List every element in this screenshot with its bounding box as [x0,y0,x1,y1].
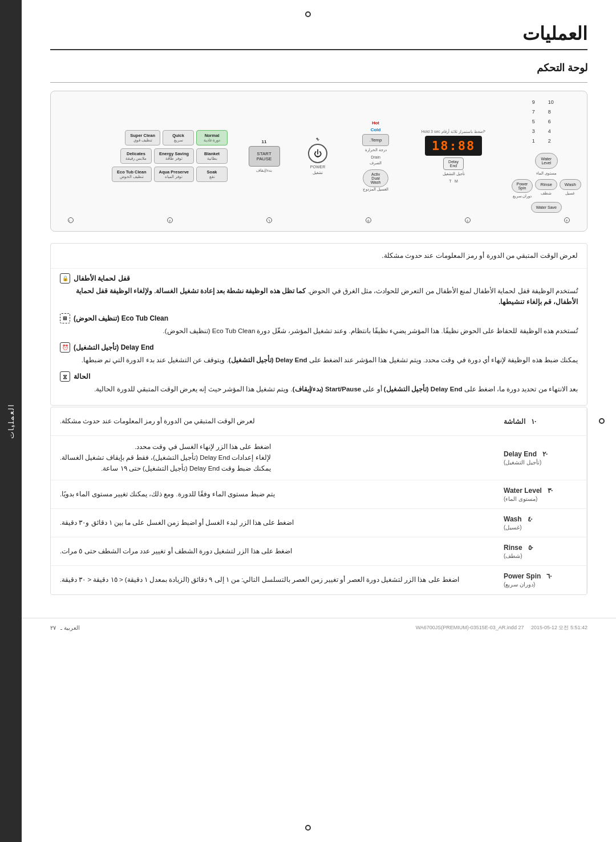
cold-label: Cold [371,127,381,132]
normal-cycle-button[interactable]: Normal دورة عادية [196,130,228,145]
power-9-label: ·٩ [316,137,319,142]
eco-tub-text: تُستخدم هذه الوظيفة للحفاظ على الحوض نظي… [60,326,578,337]
dot-5: ·٥ [366,217,371,223]
eco-tub-icon: ⊞ [60,313,70,323]
table-row: ·٦ Power Spin (دوران سريع) اضغط على هذا … [51,566,587,594]
row-5-content: اضغط على هذا الزر لتشغيل دورة الشطف أو ت… [51,537,496,565]
row-2-label: ·٢ Delay End (تأجيل التشغيل) [496,436,587,480]
status-text: بعد الانتهاء من تحديد دورة ما، اضغط على … [60,384,578,395]
wash-rinse-spin-row: Wash غسيل Rinse شطف Power Spin دوران سري… [512,179,581,199]
child-lock-label: قفل لحماية الأطفال [74,274,130,282]
activ-ar-label: الغسيل المزدوج [363,187,388,192]
section-subtitle: لوحة التحكم [50,62,587,74]
num-2: 2 [548,138,561,147]
eco-tub-clean-button[interactable]: Eco Tub Clean تنظيف الحوض [112,167,152,182]
delay-end-icon: ⏰ [60,342,70,353]
rinse-button[interactable]: Rinse [535,179,557,190]
blanket-button[interactable]: Blanket بطانية [196,148,228,164]
water-save-button[interactable]: Water Save [531,202,562,213]
page-footer: WA6700JS(PREMIUM)-03515E-03_AR.indd 27 2… [22,618,616,637]
num-1: 1 [532,138,545,147]
status-title: الحالة ⧖ [60,371,578,382]
panel-right: Normal دورة عادية Quick سريع Super Clean… [56,130,228,182]
cycle-row-1: Normal دورة عادية Quick سريع Super Clean… [56,130,228,145]
row-3-content: يتم ضبط مستوى الماء وفقًا للدورة. ومع ذل… [51,480,496,508]
drain-ar-label: الصرف [370,161,382,165]
panel-temp: Hot Cold Temp. درجة الحرارة Drain الصرف … [356,120,396,192]
tm-label: T M [449,179,458,183]
start-ar-label: بدء/إيقاف [256,168,272,173]
spin-label: دوران سريع [513,194,532,199]
footer-file-info: WA6700JS(PREMIUM)-03515E-03_AR.indd 27 2… [416,624,587,632]
subtitle-underline [50,82,587,83]
dot-6: ·٦ [266,217,272,223]
panel-numbers: 9 10 7 8 5 6 3 4 1 2 [532,99,561,147]
row-5-label: ·٥ Rinse (شطف) [496,537,587,565]
cycle-row-2: Blanket بطانية Energy Saving توفر طاقة D… [56,148,228,164]
soak-button[interactable]: Soak نقع [196,167,228,182]
strip-text: العمليات [7,403,15,439]
water-level-btn-row: Water Level [535,153,558,169]
eco-tub-label: Eco Tub Clean (تنظيف الحوض) [74,314,168,322]
delay-end-block: Delay End (تأجيل التشغيل) ⏰ يمكنك ضبط هذ… [60,342,578,366]
activ-dual-button[interactable]: Activ Dual Wash [363,169,388,187]
delay-ar-label: تأجيل التشغيل [443,172,465,176]
power-spin-button[interactable]: Power Spin [512,179,533,193]
hot-label: Hot [372,120,379,126]
status-icon: ⧖ [60,371,70,382]
num-8: 8 [548,109,561,118]
delay-end-label: Delay End (تأجيل التشغيل) [74,343,154,351]
wash-button[interactable]: Wash [560,179,581,190]
water-label: مستوى الماء [536,171,557,176]
row-6-label: ·٦ Power Spin (دوران سريع) [496,566,587,594]
panel-dots: ·٣ ·٤ ·٥ ·٦ ·٧ ·١٠ [56,217,581,223]
water-level-button[interactable]: Water Level [535,153,558,169]
bottom-center-dot [305,825,311,831]
table-row: ·١ الشاشة لعرض الوقت المتبقي من الدورة أ… [51,407,587,436]
super-clean-button[interactable]: Super Clean تنظيف قوي [125,130,160,145]
eco-tub-block: Eco Tub Clean (تنظيف الحوض) ⊞ تُستخدم هذ… [60,313,578,337]
table-row: ·٣ Water Level (مستوى الماء) يتم ضبط مست… [51,480,587,509]
instructions-box: لعرض الوقت المتبقي من الدورة أو رمز المع… [50,243,587,406]
aqua-preserve-button[interactable]: Aqua Preserve توفر المياه [154,167,194,182]
child-lock-block: قفل لحماية الأطفال 🔒 تُستخدم الوظيفة قفل… [60,273,578,307]
control-panel: 9 10 7 8 5 6 3 4 1 2 Water Level مستوى ا… [50,91,587,232]
power-label: POWER [310,165,325,169]
row-6-content: اضغط على هذا الزر لتشغيل دورة العصر أو ت… [51,566,496,594]
child-lock-title: قفل لحماية الأطفال 🔒 [60,273,578,284]
row-4-content: اضغط على هذا الزر لبدء الغسل أو اضبط زمن… [51,509,496,537]
row-2-content: اضغط على هذا الزر لإنهاء الغسل في وقت مح… [51,436,496,480]
display-screen: 18:88 [425,136,482,156]
row-4-label: ·٤ Wash (غسيل) [496,509,587,537]
panel-display: *اضغط باستمرار ثلاثة أرقام Hold 3 sec 18… [416,129,491,183]
temp-ar-label: درجة الحرارة [365,148,387,152]
status-block: الحالة ⧖ بعد الانتهاء من تحديد دورة ما، … [60,371,578,395]
instructions-header-text: لعرض الوقت المتبقي من الدورة أو رمز المع… [382,252,578,260]
wash-label: غسيل [565,191,575,196]
panel-left: 9 10 7 8 5 6 3 4 1 2 Water Level مستوى ا… [512,99,581,213]
number-11-label: 11 [262,139,267,144]
cycle-row-3: Soak نقع Aqua Preserve توفر المياه Eco T… [56,167,228,182]
start-pause-button[interactable]: START PAUSE [249,146,280,167]
num-10: 10 [548,99,561,108]
panel-power: ·٩ ⏻ POWER تشغيل [301,137,335,175]
instructions-content: قفل لحماية الأطفال 🔒 تُستخدم الوظيفة قفل… [51,269,587,405]
page-title: العمليات [50,23,587,44]
num-3: 3 [532,128,545,137]
row-3-label: ·٣ Water Level (مستوى الماء) [496,480,587,508]
top-center-dot [305,11,311,17]
delay-end-button[interactable]: Delay End [443,157,464,170]
dot-4: ·٤ [465,217,471,223]
rinse-label: شطف [541,191,552,196]
child-lock-icon: 🔒 [60,273,70,284]
title-underline [50,49,587,50]
table-row: ·٢ Delay End (تأجيل التشغيل) اضغط على هذ… [51,436,587,480]
quick-cycle-button[interactable]: Quick سريع [163,130,194,145]
power-button[interactable]: ⏻ [308,144,327,163]
row-1-label: ·١ الشاشة [496,407,587,435]
num-6: 6 [548,119,561,128]
energy-saving-button[interactable]: Energy Saving توفر طاقة [154,148,194,164]
delicates-button[interactable]: Delicates ملابس رقيقة [120,148,152,164]
instructions-header: لعرض الوقت المتبقي من الدورة أو رمز المع… [51,244,587,269]
temp-button[interactable]: Temp. [362,134,390,146]
